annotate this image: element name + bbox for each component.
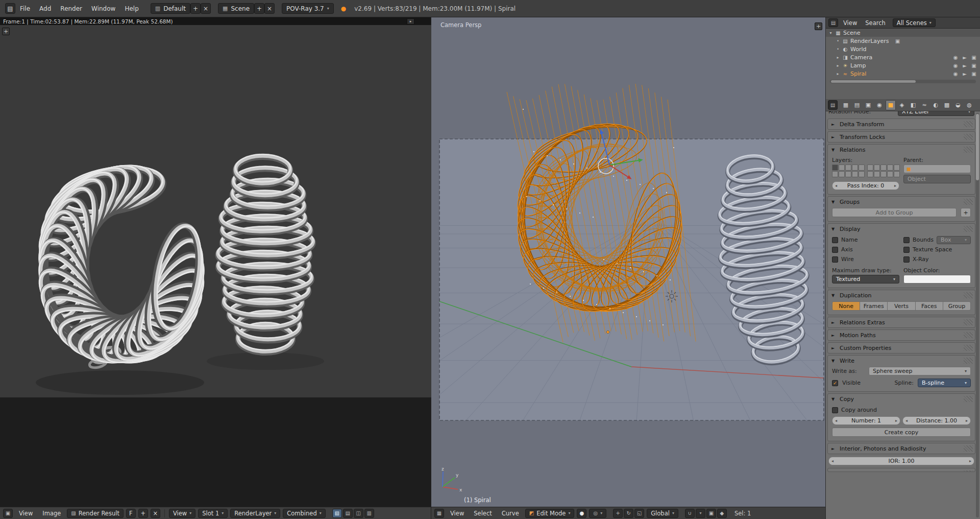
scale-manipulator-toggle[interactable]: ◱ [634,509,644,518]
opengl-render-button[interactable]: ▣ [706,509,716,518]
region-expand-handle[interactable]: + [815,22,822,30]
slider-left-icon[interactable]: ◂ [835,183,837,188]
display-toggle[interactable]: ▥ [364,509,374,518]
scene-delete-button[interactable]: × [264,3,275,14]
layer-toggle[interactable] [839,171,845,177]
expand-icon[interactable]: ▾ [828,31,833,35]
panel-header-write[interactable]: ▼ Write [828,356,975,366]
layer-toggle[interactable] [832,171,838,177]
layer-toggle[interactable] [845,171,851,177]
scrollbar-thumb[interactable] [976,114,979,180]
region-expand-handle[interactable]: + [2,28,10,35]
color-channel-toggle[interactable]: ▧ [332,509,342,518]
opengl-render-anim-button[interactable]: ◆ [717,509,727,518]
expand-icon[interactable]: ▸ [836,55,840,60]
close-image-button[interactable]: × [151,509,160,518]
copy-distance-slider[interactable]: ◂ Distance: 1.00 ▸ [902,416,971,425]
layer-toggle[interactable] [887,164,893,171]
layer-toggle[interactable] [859,171,865,177]
axis-checkbox[interactable] [832,247,838,253]
add-to-group-button[interactable]: Add to Group [832,208,957,217]
scrollbar-thumb[interactable] [831,80,916,83]
slider-right-icon[interactable]: ▸ [966,418,968,423]
slider-left-icon[interactable]: ◂ [831,459,834,463]
tab-world[interactable]: ◉ [874,100,885,110]
snap-magnet-toggle[interactable]: ∪ [685,509,695,518]
zbuffer-toggle[interactable]: ◫ [354,509,363,518]
outliner-row-renderlayers[interactable]: • ▤ RenderLayers ▣ [833,37,980,45]
duplication-faces-button[interactable]: Faces [916,301,943,311]
rotation-mode-dropdown[interactable]: XYZ Euler ▾ [898,111,974,116]
panel-header-groups[interactable]: ▼ Groups [828,197,975,207]
layer-toggle[interactable] [852,171,858,177]
layer-toggle[interactable] [832,164,838,171]
tab-modifiers[interactable]: ◧ [908,100,918,110]
renderability-camera-icon[interactable]: ▣ [970,71,977,77]
menu-help[interactable]: Help [120,0,143,17]
render-result-image[interactable] [0,25,431,397]
layer-toggle[interactable] [880,164,887,171]
scene-add-button[interactable]: + [254,3,264,14]
editor-type-3d-button[interactable]: ▦ [434,509,444,518]
panel-header-custom-properties[interactable]: ► Custom Properties [828,343,975,353]
editor-type-properties-button[interactable]: ▤ [828,100,838,110]
slider-right-icon[interactable]: ▸ [894,183,896,188]
panel-header-motion-paths[interactable]: ► Motion Paths [828,330,975,340]
slot-dropdown[interactable]: Slot 1 ▾ [198,509,228,518]
panel-header-relations[interactable]: ▼ Relations [828,145,975,155]
outliner-display-dropdown[interactable]: All Scenes ▾ [893,18,936,27]
name-checkbox[interactable] [832,237,838,243]
editor-type-info-button[interactable]: ▤ [5,3,15,14]
panel-header-display[interactable]: ▼ Display [828,224,975,234]
render-engine-dropdown[interactable]: POV-Ray 3.7 ▾ [282,3,334,14]
selectability-arrow-icon[interactable]: ► [961,55,968,60]
panel-header-duplication[interactable]: ▼ Duplication [828,290,975,300]
new-group-button[interactable]: + [961,208,971,217]
renderability-camera-icon[interactable]: ▣ [970,63,977,68]
select-menu[interactable]: Select [470,507,495,519]
tab-render[interactable]: ▦ [841,100,851,110]
duplication-frames-button[interactable]: Frames [860,301,888,311]
draw-type-dropdown[interactable]: Textured ▾ [832,275,899,284]
slider-left-icon[interactable]: ◂ [905,418,908,423]
fake-user-button[interactable]: F [126,509,136,518]
duplication-verts-button[interactable]: Verts [888,301,915,311]
parent-field[interactable]: ■ [903,164,971,173]
viewport-canvas[interactable] [431,17,825,507]
editor-type-outliner-button[interactable]: ▤ [828,18,838,27]
bounds-type-dropdown[interactable]: Box ▾ [937,236,971,244]
selectability-arrow-icon[interactable]: ► [961,71,968,77]
screen-layout-delete-button[interactable]: × [201,3,211,14]
panel-header-interior[interactable]: ► Interior, Photons and Radiosity [828,443,975,454]
xray-checkbox[interactable] [903,256,910,263]
render-pass-dropdown[interactable]: Combined ▾ [283,509,325,518]
copy-around-checkbox[interactable] [832,407,838,413]
expand-icon[interactable]: ▸ [836,63,840,68]
tab-constraints[interactable]: ◈ [897,100,907,110]
outliner-row-spiral[interactable]: ▸ ≈ Spiral ◉ ► ▣ [833,69,980,78]
visibility-eye-icon[interactable]: ◉ [952,71,959,77]
view-menu[interactable]: View [447,507,468,519]
screen-layout-add-button[interactable]: + [190,3,201,14]
visibility-eye-icon[interactable]: ◉ [952,55,959,60]
tab-scene[interactable]: ▣ [863,100,873,110]
screen-layout-selector[interactable]: ▥ Default [151,3,190,14]
menu-window[interactable]: Window [87,0,120,17]
tab-render-layers[interactable]: ▤ [852,100,862,110]
object-color-swatch[interactable] [903,275,971,284]
tab-object[interactable]: ■ [886,100,896,110]
layer-toggle[interactable] [874,171,880,177]
curve-menu[interactable]: Curve [498,507,523,519]
outliner-horizontal-scrollbar[interactable] [830,80,976,83]
wire-checkbox[interactable] [832,256,838,263]
rotate-manipulator-toggle[interactable]: ↻ [624,509,633,518]
image-datablock-selector[interactable]: ▨ Render Result [67,509,124,518]
write-as-dropdown[interactable]: Sphere sweep ▾ [869,367,971,375]
parent-type-dropdown[interactable]: Object [903,175,971,183]
pivot-dropdown[interactable]: ◎ ▾ [589,509,606,518]
tab-physics[interactable]: ◍ [964,100,974,110]
menu-render[interactable]: Render [56,0,87,17]
snap-element-dropdown[interactable]: ▾ [696,509,705,518]
layer-toggle[interactable] [852,164,858,171]
viewport-shading-dropdown[interactable]: ● [577,509,586,518]
